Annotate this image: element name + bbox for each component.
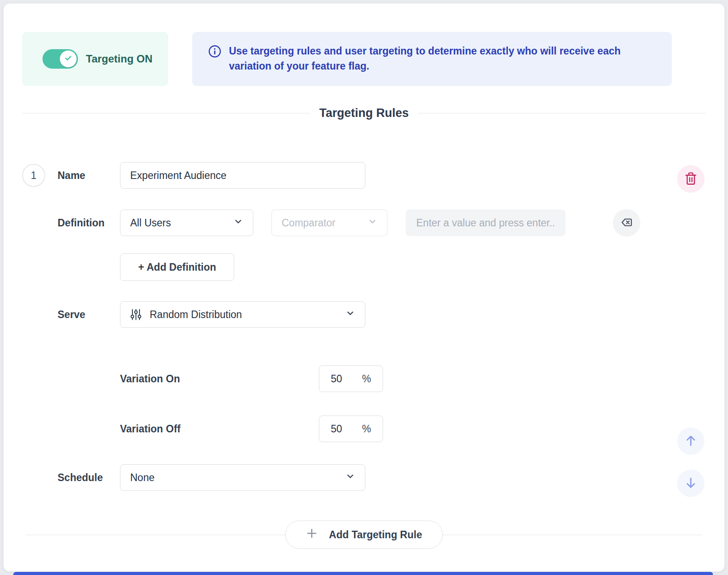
add-definition-row: + Add Definition (22, 253, 706, 281)
footer-row: Add Targeting Rule (22, 521, 706, 549)
info-banner: Use targeting rules and user targeting t… (192, 32, 672, 86)
section-title-row: Targeting Rules (22, 105, 706, 120)
serve-label: Serve (58, 309, 120, 321)
percent-sign: % (362, 423, 371, 435)
add-targeting-rule-button[interactable]: Add Targeting Rule (285, 521, 443, 549)
toggle-label: Targeting ON (86, 53, 152, 65)
chevron-down-icon (345, 471, 355, 484)
comparator-placeholder: Comparator (282, 217, 335, 229)
schedule-label: Schedule (58, 472, 120, 484)
variation-off-input[interactable]: 50 % (319, 416, 383, 442)
variation-on-value[interactable]: 50 (331, 373, 342, 385)
name-label: Name (58, 170, 120, 182)
delete-rule-button[interactable] (677, 165, 705, 193)
chevron-down-icon (345, 308, 355, 321)
arrow-up-icon (684, 434, 698, 449)
variation-on-label: Variation On (120, 373, 319, 385)
rule-number-badge: 1 (22, 164, 45, 187)
targeting-toggle-panel: Targeting ON (22, 32, 168, 86)
section-title: Targeting Rules (319, 106, 409, 120)
backspace-icon (620, 216, 633, 230)
chevron-down-icon (368, 217, 377, 229)
comparator-select[interactable]: Comparator (271, 210, 387, 236)
move-rule-up-button[interactable] (677, 427, 705, 455)
variation-off-value[interactable]: 50 (331, 423, 342, 435)
divider-line (22, 113, 310, 113)
toggle-knob (60, 51, 77, 67)
arrow-down-icon (684, 476, 698, 491)
plus-icon (306, 528, 318, 542)
banner-text: Use targeting rules and user targeting t… (229, 43, 654, 86)
add-targeting-rule-label: Add Targeting Rule (329, 529, 422, 541)
audience-select-value: All Users (130, 217, 171, 229)
serve-select-value: Random Distribution (150, 309, 242, 321)
clear-value-button[interactable] (613, 209, 640, 237)
definition-label: Definition (58, 217, 120, 229)
top-row: Targeting ON Use targeting rules and use… (22, 32, 706, 86)
add-definition-button[interactable]: + Add Definition (120, 253, 234, 281)
percent-sign: % (362, 373, 371, 385)
schedule-row: Schedule None (22, 464, 706, 491)
serve-row: Serve Random Distribution (22, 301, 706, 328)
schedule-select[interactable]: None (120, 464, 365, 491)
variation-on-input[interactable]: 50 % (319, 365, 383, 392)
variation-off-row: Variation Off 50 % (22, 416, 706, 442)
schedule-select-value: None (130, 472, 155, 484)
targeting-toggle[interactable] (43, 49, 78, 69)
rule-name-input[interactable] (120, 162, 365, 189)
move-rule-down-button[interactable] (677, 470, 705, 497)
check-icon (64, 54, 73, 64)
divider-line (418, 113, 706, 113)
variation-off-label: Variation Off (120, 423, 319, 435)
definition-row: Definition All Users Comparator (22, 209, 706, 237)
targeting-card: Targeting ON Use targeting rules and use… (4, 4, 724, 571)
rule-name-row: 1 Name (22, 162, 706, 189)
trash-icon (684, 171, 697, 187)
serve-select[interactable]: Random Distribution (120, 301, 365, 328)
sliders-icon (130, 308, 142, 321)
chevron-down-icon (233, 217, 243, 229)
info-icon (208, 45, 221, 86)
variation-on-row: Variation On 50 % (22, 365, 706, 392)
definition-value-input[interactable] (406, 210, 565, 236)
audience-select[interactable]: All Users (120, 210, 253, 236)
next-section-accent-bar (13, 572, 713, 575)
